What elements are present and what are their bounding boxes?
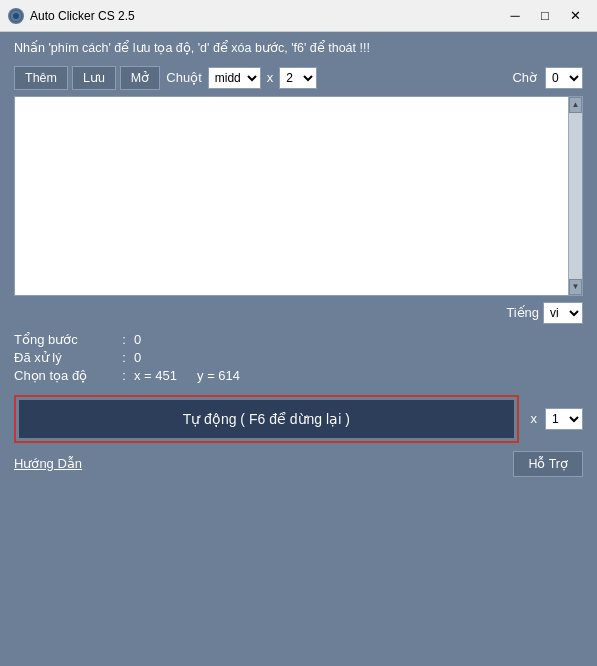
them-button[interactable]: Thêm	[14, 66, 68, 90]
da-xu-ly-colon: :	[114, 350, 134, 365]
auto-x-label: x	[531, 411, 538, 426]
tong-buoc-colon: :	[114, 332, 134, 347]
title-bar-controls: ─ □ ✕	[501, 6, 589, 26]
tieng-label: Tiếng	[506, 305, 539, 320]
scroll-down-button[interactable]: ▼	[569, 279, 582, 295]
auto-button[interactable]: Tự động ( F6 để dừng lại )	[19, 400, 514, 438]
title-bar-left: Auto Clicker CS 2.5	[8, 8, 135, 24]
instruction-text: Nhấn 'phím cách' để lưu tọa độ, 'd' để x…	[14, 40, 583, 58]
maximize-button[interactable]: □	[531, 6, 559, 26]
huong-dan-link[interactable]: Hướng Dẫn	[14, 456, 82, 471]
x-label: x	[267, 70, 274, 85]
tong-buoc-label: Tổng bước	[14, 332, 114, 347]
app-body: Nhấn 'phím cách' để lưu tọa độ, 'd' để x…	[0, 32, 597, 666]
scrollbar-thumb	[569, 113, 582, 279]
stats-section: Tổng bước : 0 Đã xử lý : 0 Chọn tọa độ :…	[14, 332, 583, 389]
toolbar: Thêm Lưu Mở Chuột midd left right x 2 1 …	[14, 66, 583, 90]
main-textarea-wrapper: ▲ ▼	[14, 96, 583, 296]
minimize-button[interactable]: ─	[501, 6, 529, 26]
chon-toa-do-colon: :	[114, 368, 134, 383]
coord-values: x = 451 y = 614	[134, 368, 240, 383]
auto-repeat-select[interactable]: 1 2 3 5	[545, 408, 583, 430]
chon-toa-do-row: Chọn tọa độ : x = 451 y = 614	[14, 368, 583, 383]
da-xu-ly-value: 0	[134, 350, 141, 365]
coordinates-textarea[interactable]	[15, 97, 568, 295]
chon-toa-do-label: Chọn tọa độ	[14, 368, 114, 383]
mo-button[interactable]: Mở	[120, 66, 160, 90]
da-xu-ly-label: Đã xử lý	[14, 350, 114, 365]
ho-tro-button[interactable]: Hỗ Trợ	[513, 451, 583, 477]
close-button[interactable]: ✕	[561, 6, 589, 26]
tong-buoc-row: Tổng bước : 0	[14, 332, 583, 347]
repeat-select[interactable]: 2 1 3 5 10	[279, 67, 317, 89]
chuot-select[interactable]: midd left right	[208, 67, 261, 89]
auto-button-wrapper: Tự động ( F6 để dừng lại )	[14, 395, 519, 443]
title-bar: Auto Clicker CS 2.5 ─ □ ✕	[0, 0, 597, 32]
tong-buoc-value: 0	[134, 332, 141, 347]
scrollbar-track: ▲ ▼	[568, 97, 582, 295]
cho-select[interactable]: 0 1 2 3 5	[545, 67, 583, 89]
y-coord-value: y = 614	[197, 368, 240, 383]
auto-row: Tự động ( F6 để dừng lại ) x 1 2 3 5	[14, 395, 583, 443]
chuot-label: Chuột	[166, 70, 201, 85]
da-xu-ly-row: Đã xử lý : 0	[14, 350, 583, 365]
bottom-row: Hướng Dẫn Hỗ Trợ	[14, 451, 583, 477]
luu-button[interactable]: Lưu	[72, 66, 116, 90]
tieng-row: Tiếng vi en	[14, 302, 583, 324]
svg-point-1	[13, 13, 19, 19]
scroll-up-button[interactable]: ▲	[569, 97, 582, 113]
tieng-select[interactable]: vi en	[543, 302, 583, 324]
cho-label: Chờ	[512, 70, 537, 85]
x-coord-value: x = 451	[134, 368, 177, 383]
app-icon	[8, 8, 24, 24]
app-title: Auto Clicker CS 2.5	[30, 9, 135, 23]
